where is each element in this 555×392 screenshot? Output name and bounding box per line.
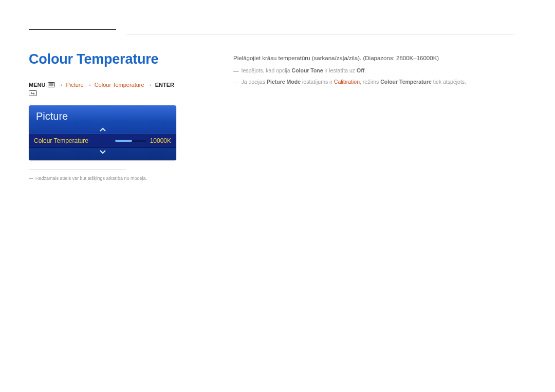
note2-part-c: iestatījums ir: [301, 79, 334, 85]
note-line-2: ― Ja opcijas Picture Mode iestatījums ir…: [233, 78, 514, 86]
note2-colour-temperature: Colour Temperature: [380, 79, 432, 85]
note1-body: Iespējots, kad opcija Colour Tone ir ies…: [242, 67, 366, 75]
breadcrumb-arrow-2: →: [86, 82, 92, 88]
note-line-1: ― Iespējots, kad opcija Colour Tone ir i…: [233, 67, 514, 75]
enter-icon: [29, 90, 37, 96]
osd-chevron-up-row: [29, 125, 176, 134]
menu-icon: [48, 82, 55, 87]
footnote: ― Redzamais attēls var būt atšķirīgs atk…: [29, 175, 183, 182]
breadcrumb-menu-label: MENU: [29, 82, 45, 88]
top-divider: [126, 34, 514, 34]
note2-part-g: tiek atspējots.: [432, 79, 466, 85]
osd-slider-fill: [115, 140, 132, 142]
left-column: Colour Temperature MENU → Picture → Colo…: [29, 51, 183, 182]
osd-row-colour-temperature[interactable]: Colour Temperature 10000K: [29, 134, 176, 148]
note1-part-e: .: [364, 67, 366, 73]
breadcrumb-picture: Picture: [66, 82, 83, 88]
description-paragraph: Pielāgojiet krāsu temperatūru (sarkana/z…: [233, 53, 514, 63]
footnote-dash: ―: [29, 175, 33, 182]
note2-part-e: , režīms: [360, 79, 380, 85]
osd-header: Picture: [29, 105, 176, 125]
note1-part-a: Iespējots, kad opcija: [242, 67, 292, 73]
note1-colour-tone: Colour Tone: [292, 67, 323, 73]
osd-chevron-down-row: [29, 148, 176, 160]
top-accent-bar: [29, 29, 116, 30]
note1-part-c: ir iestatīta uz: [323, 67, 357, 73]
osd-slider[interactable]: [115, 140, 146, 142]
chevron-down-icon[interactable]: [98, 149, 107, 155]
breadcrumb-enter-label: ENTER: [155, 82, 174, 88]
note2-picture-mode: Picture Mode: [267, 79, 301, 85]
page-title: Colour Temperature: [29, 51, 183, 67]
osd-panel: Picture Colour Temperature 10000K: [29, 105, 176, 160]
note2-part-a: Ja opcijas: [242, 79, 267, 85]
breadcrumb-arrow-1: →: [58, 82, 63, 88]
note1-dash: ―: [233, 67, 239, 75]
osd-row-label: Colour Temperature: [34, 137, 88, 144]
chevron-up-icon[interactable]: [98, 126, 107, 133]
breadcrumb-item: Colour Temperature: [95, 82, 144, 88]
right-column: Pielāgojiet krāsu temperatūru (sarkana/z…: [233, 53, 514, 89]
osd-row-value: 10000K: [150, 137, 171, 144]
note2-dash: ―: [233, 79, 239, 86]
note1-off: Off: [357, 67, 364, 73]
footnote-divider: [29, 170, 126, 170]
note2-calibration: Calibration: [334, 79, 360, 85]
footnote-text: Redzamais attēls var būt atšķirīgs atkar…: [35, 175, 147, 182]
svg-rect-4: [29, 91, 37, 96]
breadcrumb-arrow-3: →: [147, 82, 153, 88]
note2-body: Ja opcijas Picture Mode iestatījums ir C…: [242, 78, 466, 86]
breadcrumb: MENU → Picture → Colour Temperature → EN…: [29, 82, 183, 96]
